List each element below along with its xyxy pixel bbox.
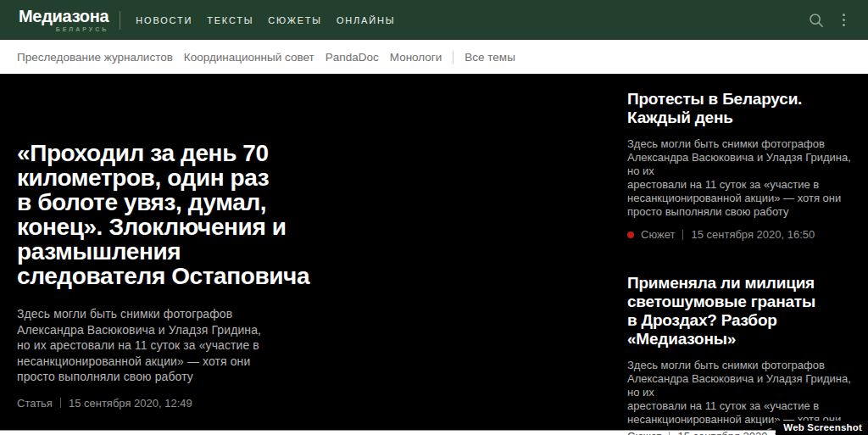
side-article-type-label: Сюжет [641, 228, 675, 241]
lead-article: «Проходил за день 70 километров, один ра… [17, 141, 356, 410]
site-logo[interactable]: Медиазона БЕЛАРУСЬ [19, 8, 108, 32]
header-actions [809, 12, 868, 28]
live-dot-icon [627, 231, 634, 238]
lead-article-type-label: Статья [17, 397, 53, 410]
content-section: «Проходил за день 70 километров, один ра… [0, 74, 868, 430]
logo-title: Медиазона [19, 8, 108, 25]
main-nav: НОВОСТИ ТЕКСТЫ СЮЖЕТЫ ОНЛАЙНЫ [136, 15, 395, 25]
lead-article-date: 15 сентября 2020, 12:49 [69, 397, 192, 410]
side-article-date: 15 сентября 2020, 16:50 [691, 228, 815, 241]
side-article-grenades: Применяла ли милиция светошумовые гранат… [627, 274, 856, 435]
search-icon[interactable] [809, 13, 824, 28]
topic-monologues[interactable]: Монологи [390, 51, 442, 64]
side-article-meta: Сюжет 15 сентября 2020, 16:50 [627, 228, 856, 241]
clipped-type-label: Сюжет [627, 431, 661, 435]
topic-coordination-council[interactable]: Координационный совет [184, 51, 314, 64]
lead-article-description: Здесь могли быть снимки фотографов Алекс… [17, 306, 356, 385]
topic-pandadoc[interactable]: PandaDoc [326, 51, 379, 64]
lead-article-title[interactable]: «Проходил за день 70 километров, один ра… [17, 141, 356, 288]
lead-article-meta: Статья 15 сентября 2020, 12:49 [17, 397, 356, 410]
kebab-menu-icon[interactable] [841, 12, 847, 28]
meta-divider [60, 398, 61, 408]
logo-subtitle: БЕЛАРУСЬ [19, 26, 108, 32]
nav-item-texts[interactable]: ТЕКСТЫ [207, 15, 253, 25]
side-article-title[interactable]: Протесты в Беларуси. Каждый день [627, 90, 856, 127]
side-article-title[interactable]: Применяла ли милиция светошумовые гранат… [627, 274, 856, 349]
meta-divider [669, 432, 670, 435]
topics-bar: Преследование журналистов Координационны… [0, 40, 868, 74]
mediazona-homepage: Медиазона БЕЛАРУСЬ НОВОСТИ ТЕКСТЫ СЮЖЕТЫ… [0, 0, 868, 435]
side-article-protests: Протесты в Беларуси. Каждый день Здесь м… [627, 90, 856, 241]
topic-all-topics[interactable]: Все темы [465, 51, 515, 64]
topics-divider [453, 51, 453, 64]
nav-item-subjects[interactable]: СЮЖЕТЫ [268, 15, 322, 25]
site-header: Медиазона БЕЛАРУСЬ НОВОСТИ ТЕКСТЫ СЮЖЕТЫ… [0, 0, 868, 40]
side-article-description: Здесь могли быть снимки фотографов Алекс… [627, 137, 856, 219]
nav-item-onlines[interactable]: ОНЛАЙНЫ [337, 15, 395, 25]
meta-divider [682, 230, 683, 240]
nav-item-news[interactable]: НОВОСТИ [136, 15, 192, 25]
header-divider [120, 11, 120, 30]
topic-journalist-persecution[interactable]: Преследование журналистов [17, 51, 173, 64]
web-screenshot-watermark: Web Screenshot [776, 421, 868, 435]
clipped-next-section: Сюжет 15 сентября 2020, 17:49 [0, 430, 868, 435]
